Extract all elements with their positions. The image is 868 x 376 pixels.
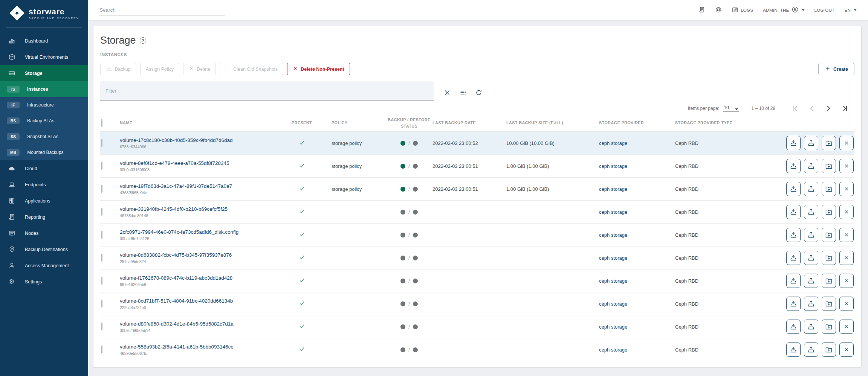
instance-name-link[interactable]: volume-19f7d63d-3a1c-47a4-89f1-87de5147a… [120, 183, 232, 189]
backup-button[interactable]: Backup [100, 63, 136, 75]
row-checkbox[interactable] [101, 300, 102, 307]
storage-provider-link[interactable]: ceph storage [599, 209, 627, 215]
sidebar-item-endpoints[interactable]: Endpoints [0, 177, 88, 193]
row-checkbox[interactable] [101, 185, 102, 193]
row-backup-button[interactable] [786, 274, 801, 288]
row-checkbox[interactable] [101, 346, 102, 353]
sidebar-item-nodes[interactable]: Nodes [0, 225, 88, 241]
sidebar-item-settings[interactable]: ⚙ Settings [0, 274, 88, 290]
next-page-button[interactable] [822, 102, 835, 115]
row-restore-button[interactable] [804, 320, 818, 334]
support-button[interactable] [715, 6, 722, 14]
sidebar-item-storage[interactable]: Storage [0, 65, 88, 81]
row-delete-button[interactable] [839, 228, 854, 242]
instance-name-link[interactable]: volume-558a93b2-2f6a-4141-a61b-5bbb09314… [120, 344, 234, 350]
instance-name-link[interactable]: volume-17c8c180-c38b-40d5-859c-9fb4dd7d6… [120, 137, 232, 143]
sidebar-item-virtual-environments[interactable]: Virtual Environments [0, 49, 88, 65]
row-restore-button[interactable] [804, 182, 818, 196]
delete-non-present-button[interactable]: Delete Non-Present [287, 63, 350, 75]
sidebar-item-reporting[interactable]: Reporting [0, 209, 88, 225]
instance-name-link[interactable]: volume-d80fe860-d302-4d1e-84b5-95d5882c7… [120, 321, 234, 327]
row-backup-button[interactable] [786, 205, 801, 219]
storage-provider-link[interactable]: ceph storage [599, 347, 627, 353]
row-mount-button[interactable] [822, 159, 836, 173]
first-page-button[interactable] [789, 102, 802, 115]
row-delete-button[interactable] [839, 159, 854, 173]
row-delete-button[interactable] [839, 343, 854, 357]
language-menu[interactable]: EN [844, 8, 857, 12]
row-checkbox[interactable] [101, 231, 102, 239]
row-restore-button[interactable] [804, 159, 818, 173]
row-checkbox[interactable] [101, 277, 102, 285]
row-restore-button[interactable] [804, 297, 818, 311]
sidebar-item-instances[interactable]: IS Instances [0, 81, 88, 97]
instance-name-link[interactable]: volume-f1762678-089c-474c-b119-abc3dd1ad… [120, 275, 232, 281]
instance-name-link[interactable]: 2cfc0971-7994-46e0-874c-fa73cd5adfd6_dis… [120, 229, 238, 235]
row-checkbox[interactable] [101, 254, 102, 262]
storage-provider-link[interactable]: ceph storage [599, 140, 627, 146]
row-delete-button[interactable] [839, 251, 854, 265]
assign-policy-button[interactable]: Assign Policy [140, 63, 179, 75]
row-restore-button[interactable] [804, 343, 818, 357]
row-mount-button[interactable] [822, 320, 836, 334]
row-delete-button[interactable] [839, 297, 854, 311]
items-per-page-select[interactable]: 10 [723, 105, 738, 112]
sidebar-item-backup-destinations[interactable]: Backup Destinations [0, 241, 88, 257]
row-backup-button[interactable] [786, 159, 801, 173]
sidebar-item-snapshot-slas[interactable]: SS Snapshot SLAs [0, 129, 88, 145]
filter-input[interactable] [105, 88, 428, 94]
row-restore-button[interactable] [804, 205, 818, 219]
row-delete-button[interactable] [839, 320, 854, 334]
last-page-button[interactable] [839, 102, 851, 115]
row-checkbox[interactable] [101, 208, 102, 216]
instance-name-link[interactable]: volume-8d683882-fcbc-4d75-b345-97f35937e… [120, 252, 232, 258]
storage-provider-link[interactable]: ceph storage [599, 324, 627, 330]
sidebar-item-backup-slas[interactable]: BS Backup SLAs [0, 113, 88, 129]
row-backup-button[interactable] [786, 297, 801, 311]
row-delete-button[interactable] [839, 182, 854, 196]
clear-filter-button[interactable] [443, 89, 451, 96]
select-all-checkbox[interactable] [101, 119, 102, 127]
delete-button[interactable]: Delete [183, 63, 216, 75]
row-mount-button[interactable] [822, 136, 836, 150]
storage-provider-link[interactable]: ceph storage [599, 278, 627, 284]
row-mount-button[interactable] [822, 251, 836, 265]
row-mount-button[interactable] [822, 228, 836, 242]
refresh-button[interactable] [475, 89, 483, 96]
row-mount-button[interactable] [822, 205, 836, 219]
instance-name-link[interactable]: volume-331940fb-4245-4df0-b210-b69cefcf5… [120, 206, 228, 212]
row-backup-button[interactable] [786, 343, 801, 357]
logs-button[interactable]: LOGS [732, 6, 753, 14]
instance-name-link[interactable]: volume-8ef0f1cd-e478-4eee-a70a-55df8f728… [120, 160, 229, 166]
clean-old-snapshots-button[interactable]: Clean Old Snapshots [220, 63, 283, 75]
row-backup-button[interactable] [786, 136, 801, 150]
row-backup-button[interactable] [786, 182, 801, 196]
sidebar-item-cloud[interactable]: Cloud [0, 160, 88, 177]
storage-provider-link[interactable]: ceph storage [599, 163, 627, 169]
row-restore-button[interactable] [804, 136, 818, 150]
row-checkbox[interactable] [101, 323, 102, 330]
row-backup-button[interactable] [786, 251, 801, 265]
storage-provider-link[interactable]: ceph storage [599, 232, 627, 238]
row-backup-button[interactable] [786, 320, 801, 334]
row-checkbox[interactable] [101, 139, 102, 147]
row-delete-button[interactable] [839, 136, 854, 150]
row-restore-button[interactable] [804, 228, 818, 242]
row-mount-button[interactable] [822, 182, 836, 196]
row-mount-button[interactable] [822, 274, 836, 288]
previous-page-button[interactable] [805, 102, 818, 115]
storage-provider-link[interactable]: ceph storage [599, 255, 627, 261]
row-mount-button[interactable] [822, 297, 836, 311]
changelog-button[interactable] [698, 6, 705, 14]
row-mount-button[interactable] [822, 343, 836, 357]
user-menu[interactable]: ADMIN, THE [763, 6, 804, 14]
sidebar-item-infrastructure[interactable]: IF Infrastructure [0, 97, 88, 113]
instance-name-link[interactable]: volume-8cd71bf7-517c-4804-91bc-4020dd661… [120, 298, 233, 304]
row-backup-button[interactable] [786, 228, 801, 242]
storage-provider-link[interactable]: ceph storage [599, 186, 627, 192]
sidebar-item-dashboard[interactable]: Dashboard [0, 33, 88, 49]
logout-button[interactable]: LOG OUT [815, 8, 835, 12]
row-restore-button[interactable] [804, 274, 818, 288]
sidebar-item-applications[interactable]: Applications [0, 193, 88, 209]
sidebar-item-access-management[interactable]: Access Management [0, 257, 88, 274]
